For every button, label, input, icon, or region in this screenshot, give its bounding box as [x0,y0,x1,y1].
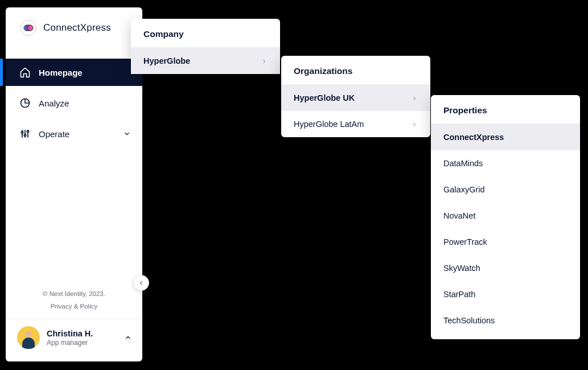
company-panel: Company HyperGlobe [131,19,280,74]
user-menu[interactable]: Christina H. App manager [6,319,142,357]
sidebar-nav: Homepage Analyze Operate [6,59,142,147]
prop-item-techsolutions[interactable]: TechSolutions [431,307,580,334]
panel-item-label: PowerTrack [443,237,568,246]
prop-item-powertrack[interactable]: PowerTrack [431,229,580,255]
sidebar-item-analyze[interactable]: Analyze [6,89,142,117]
sidebar-item-label: Operate [39,129,115,139]
organizations-panel: Organizations HyperGlobe UK HyperGlobe L… [281,56,430,137]
chevron-right-icon [411,94,418,101]
sidebar-item-operate[interactable]: Operate [6,120,142,147]
operate-icon [19,128,31,139]
panel-title-company: Company [131,19,280,48]
chevron-down-icon [123,130,131,138]
user-info: Christina H. App manager [47,329,117,347]
svg-point-2 [27,25,33,31]
svg-point-5 [24,134,26,136]
panel-item-label: HyperGlobe LatAm [294,120,411,129]
panel-title-organizations: Organizations [281,56,430,85]
panel-title-properties: Properties [431,95,580,124]
sidebar-item-homepage[interactable]: Homepage [6,59,142,86]
footer-policy-link[interactable]: Privacy & Policy [51,303,97,310]
panel-item-label: GalaxyGrid [443,185,568,194]
panel-item-label: ConnectXpress [443,133,568,142]
home-icon [19,67,31,78]
analyze-icon [19,97,31,109]
org-item-hyperglobe-uk[interactable]: HyperGlobe UK [281,85,430,111]
company-item-hyperglobe[interactable]: HyperGlobe [131,48,280,74]
svg-point-6 [27,130,28,132]
footer-text: © Next Identity, 2023. Privacy & Policy [6,285,142,319]
sidebar: ConnectXpress Homepage Analyze Operate [6,7,142,361]
prop-item-novanet[interactable]: NovaNet [431,203,580,229]
prop-item-starpath[interactable]: StarPath [431,281,580,307]
app-logo-icon [20,20,36,36]
panel-item-label: StarPath [443,290,568,299]
chevron-right-icon [411,121,418,128]
prop-item-connectxpress[interactable]: ConnectXpress [431,124,580,150]
panel-item-label: HyperGlobe [143,56,261,65]
org-item-hyperglobe-latam[interactable]: HyperGlobe LatAm [281,111,430,137]
chevron-right-icon [261,57,268,64]
panel-item-label: HyperGlobe UK [294,93,411,102]
chevron-up-icon [124,334,132,342]
sidebar-header: ConnectXpress [6,7,142,47]
avatar [17,326,40,349]
app-title: ConnectXpress [43,22,111,34]
panel-item-label: DataMinds [443,159,568,168]
panel-item-label: SkyWatch [443,264,568,273]
sidebar-item-label: Analyze [39,98,131,108]
properties-panel: Properties ConnectXpress DataMinds Galax… [431,95,580,339]
sidebar-item-label: Homepage [39,68,131,77]
chevron-left-icon [138,279,145,286]
prop-item-dataminds[interactable]: DataMinds [431,150,580,176]
panel-item-label: TechSolutions [443,316,568,325]
user-role: App manager [47,339,117,347]
footer-copyright: © Next Identity, 2023. [6,288,142,301]
collapse-sidebar-button[interactable] [133,275,149,291]
user-name: Christina H. [47,329,117,338]
panel-item-label: NovaNet [443,211,568,220]
prop-item-skywatch[interactable]: SkyWatch [431,255,580,281]
sidebar-footer: © Next Identity, 2023. Privacy & Policy … [6,285,142,361]
prop-item-galaxygrid[interactable]: GalaxyGrid [431,176,580,203]
svg-point-4 [21,131,23,133]
